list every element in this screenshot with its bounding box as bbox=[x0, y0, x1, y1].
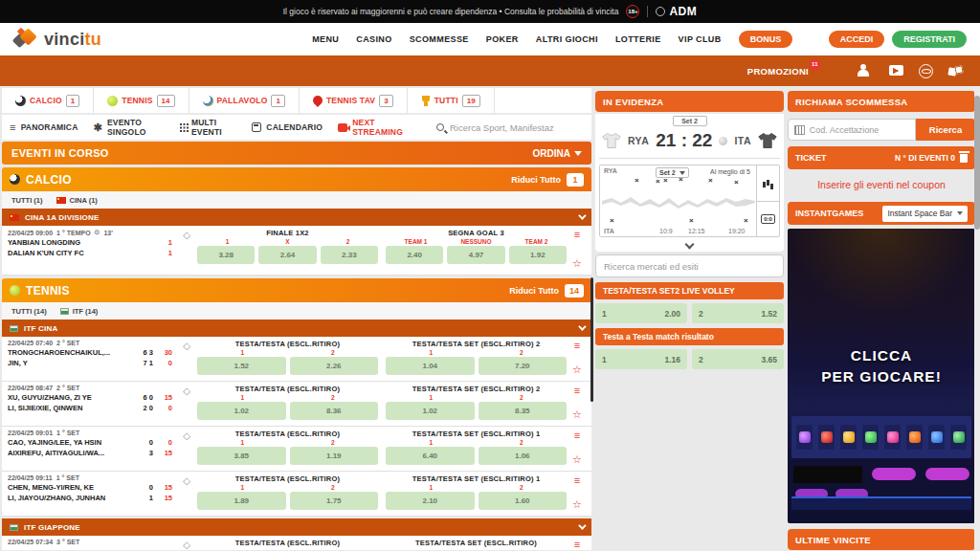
stats-icon[interactable]: ◇ bbox=[176, 229, 197, 271]
promotions-link[interactable]: PROMOZIONI11 bbox=[747, 66, 809, 77]
filter-tutti[interactable]: TUTTI (1) bbox=[11, 196, 43, 205]
all-markets-icon[interactable]: ≡ bbox=[574, 430, 580, 441]
set-select[interactable]: Set 2 bbox=[656, 167, 689, 178]
stats-view-button[interactable] bbox=[757, 165, 779, 202]
market-header-risultato[interactable]: Testa a Testa match risultato bbox=[595, 328, 784, 345]
tab-tennis[interactable]: TENNIS14 bbox=[94, 88, 189, 113]
market-header-volley[interactable]: TESTA/TESTA SET2 LIVE VOLLEY bbox=[595, 282, 784, 299]
odd-button[interactable]: 2.40 bbox=[386, 246, 443, 264]
trash-icon[interactable] bbox=[960, 154, 968, 163]
set-time: 19:20 bbox=[728, 228, 746, 234]
odd-button[interactable]: 1.02 bbox=[197, 402, 286, 420]
collapse-all-button[interactable]: Riduci Tutto14 bbox=[509, 284, 584, 298]
acceptance-code-input[interactable] bbox=[810, 125, 909, 135]
odd-button[interactable]: 6.40 bbox=[386, 447, 475, 465]
register-button[interactable]: REGISTRATI bbox=[892, 31, 967, 48]
filter-itf[interactable]: ITF (14) bbox=[60, 307, 99, 316]
page-scrollbar-thumb[interactable] bbox=[974, 96, 980, 230]
odd-button[interactable]: 2.64 bbox=[258, 246, 316, 264]
live-video-icon[interactable] bbox=[889, 65, 903, 77]
user-settings-icon[interactable] bbox=[857, 64, 872, 77]
tab-calcio[interactable]: CALCIO1 bbox=[2, 88, 94, 113]
subnav-next-streaming[interactable]: NEXT STREAMING bbox=[338, 118, 412, 137]
subnav-multi-eventi[interactable]: MULTI EVENTI bbox=[180, 118, 236, 137]
all-markets-icon[interactable]: ≡ bbox=[574, 341, 580, 351]
subnav-calendario[interactable]: CALENDARIO bbox=[252, 122, 323, 132]
favorite-star-icon[interactable]: ☆ bbox=[572, 364, 582, 375]
stats-icon[interactable]: ◇ bbox=[176, 474, 197, 512]
all-markets-icon[interactable]: ≡ bbox=[574, 540, 580, 550]
odd-button[interactable]: 1.06 bbox=[479, 447, 568, 465]
games-dice-icon[interactable] bbox=[948, 66, 965, 77]
stats-icon[interactable]: ◇ bbox=[176, 340, 197, 377]
stats-icon[interactable]: ◇ bbox=[176, 539, 197, 546]
page-scrollbar[interactable] bbox=[974, 86, 980, 551]
league-bar-cina-1a[interactable]: CINA 1A DIVISIONE bbox=[2, 209, 591, 226]
odd-button[interactable]: 1.52 bbox=[197, 357, 286, 375]
tab-pallavolo[interactable]: PALLAVOLO1 bbox=[189, 88, 300, 113]
favorite-star-icon[interactable]: ☆ bbox=[572, 258, 582, 269]
all-markets-icon[interactable]: ≡ bbox=[574, 230, 580, 240]
brand-logo[interactable]: vincitu bbox=[13, 28, 101, 51]
odd-button[interactable]: 7.20 bbox=[479, 357, 568, 375]
odd-button[interactable]: 1.89 bbox=[197, 492, 286, 510]
odd-button[interactable]: 3.85 bbox=[197, 447, 286, 465]
league-bar-itf-cina[interactable]: ITF CINA bbox=[2, 320, 591, 337]
filter-tutti[interactable]: TUTTI (14) bbox=[11, 307, 47, 316]
login-button[interactable]: ACCEDI bbox=[829, 31, 885, 48]
tab-tennis-tavolo[interactable]: TENNIS TAV3 bbox=[300, 88, 408, 113]
odd-button[interactable]: 21.52 bbox=[692, 303, 784, 323]
collapse-all-button[interactable]: Riduci Tutto1 bbox=[511, 173, 584, 187]
favorite-star-icon[interactable]: ☆ bbox=[572, 499, 582, 510]
instant-game-banner[interactable]: CLICCAPER GIOCARE! bbox=[788, 229, 975, 523]
sport-search-input[interactable] bbox=[450, 122, 584, 133]
filter-cina[interactable]: CINA (1) bbox=[56, 196, 98, 205]
odd-button[interactable]: 4.97 bbox=[447, 246, 504, 264]
subnav-evento-singolo[interactable]: ✱EVENTO SINGOLO bbox=[94, 118, 165, 137]
nav-menu[interactable]: MENU bbox=[312, 34, 339, 44]
odd-button[interactable]: 11.16 bbox=[595, 349, 687, 369]
nav-poker[interactable]: POKER bbox=[486, 34, 519, 44]
odd-button[interactable]: 1.75 bbox=[290, 492, 379, 510]
odd-button[interactable]: 3.28 bbox=[197, 246, 255, 264]
favorite-star-icon[interactable]: ☆ bbox=[572, 409, 582, 420]
roulette-icon[interactable] bbox=[919, 64, 933, 78]
instantgame-select[interactable]: Instant Space Bar bbox=[882, 206, 968, 222]
odd-button[interactable]: 8.36 bbox=[290, 402, 379, 420]
odd-button[interactable]: 8.35 bbox=[479, 402, 568, 420]
odd-button[interactable]: 1.02 bbox=[386, 402, 475, 420]
odd-button[interactable]: 2.10 bbox=[386, 492, 475, 510]
odd-button[interactable]: 12.00 bbox=[595, 303, 687, 323]
nav-scommesse[interactable]: SCOMMESSE bbox=[410, 34, 469, 44]
stats-icon[interactable]: ◇ bbox=[176, 430, 197, 467]
odd-button[interactable]: 1.60 bbox=[479, 492, 568, 510]
calcio-section-header[interactable]: CALCIO Riduci Tutto1 bbox=[2, 167, 591, 191]
code-search-button[interactable]: Ricerca bbox=[916, 119, 975, 141]
tab-tutti[interactable]: TUTTI19 bbox=[408, 88, 495, 113]
odd-button[interactable]: 1.92 bbox=[509, 246, 567, 264]
stats-icon[interactable]: ◇ bbox=[176, 385, 197, 422]
all-markets-icon[interactable]: ≡ bbox=[574, 475, 580, 486]
nav-casino[interactable]: CASINO bbox=[356, 34, 391, 44]
odd-button[interactable]: 2.26 bbox=[290, 357, 379, 375]
league-bar-itf-giappone[interactable]: ITF GIAPPONE bbox=[2, 518, 591, 536]
nav-lotterie[interactable]: LOTTERIE bbox=[615, 34, 661, 44]
score-view-button[interactable]: 0:0 bbox=[757, 202, 779, 237]
all-markets-icon[interactable]: ≡ bbox=[574, 386, 580, 396]
order-dropdown[interactable]: ORDINA bbox=[533, 148, 582, 159]
nav-altri-giochi[interactable]: ALTRI GIOCHI bbox=[536, 34, 598, 44]
subnav-panoramica[interactable]: ≡PANORAMICA bbox=[10, 122, 78, 133]
collapse-chevron-icon[interactable] bbox=[685, 240, 695, 250]
bonus-button[interactable]: BONUS bbox=[739, 31, 793, 48]
favorite-star-icon[interactable]: ☆ bbox=[572, 454, 582, 465]
odd-button[interactable]: 1.19 bbox=[290, 447, 379, 465]
market-search-input[interactable] bbox=[604, 261, 775, 272]
odd-button[interactable]: 23.65 bbox=[692, 349, 784, 369]
odd-button[interactable]: 1.04 bbox=[386, 357, 475, 375]
tennis-section-header[interactable]: TENNIS Riduci Tutto14 bbox=[2, 278, 591, 302]
events-scrollbar-thumb[interactable] bbox=[590, 277, 593, 402]
odd-button[interactable]: 2.33 bbox=[321, 246, 378, 264]
sport-search bbox=[436, 122, 584, 133]
nav-vip-club[interactable]: VIP CLUB bbox=[679, 34, 722, 44]
last-wins-header: ULTIME VINCITE bbox=[788, 529, 975, 550]
